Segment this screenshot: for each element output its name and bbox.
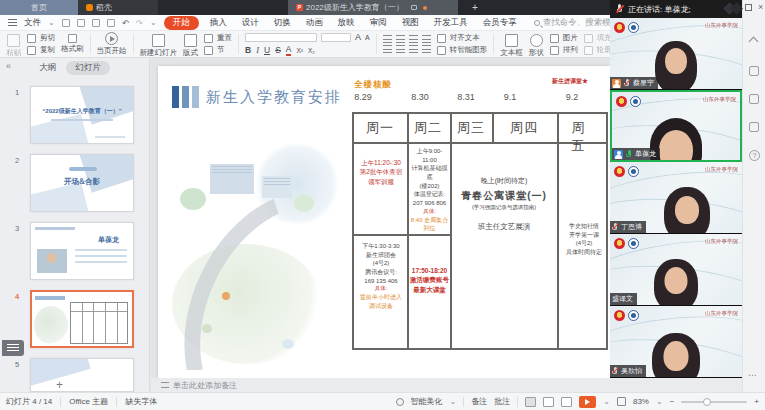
slide-thumbnail-5[interactable] [30,358,134,392]
beautify-button[interactable]: 智能美化 [411,396,443,407]
meeting-header[interactable]: 正在讲话: 单葆龙; [610,0,742,18]
superscript-button[interactable]: X² [296,47,303,54]
menu-tab-review[interactable]: 审阅 [366,16,391,30]
print-icon[interactable] [77,19,85,27]
align-text-button[interactable]: 对齐文本 [437,33,488,43]
play-caret-icon[interactable]: ⌄ [603,397,610,406]
justify-icon[interactable] [422,45,431,53]
notes-toggle[interactable]: 备注 [471,396,487,407]
comments-toggle[interactable]: 批注 [494,396,510,407]
collapse-panel-icon[interactable]: « [6,61,11,71]
picture-button[interactable]: 图片 [550,33,578,43]
quick-layout-button[interactable] [2,340,24,356]
align-center-icon[interactable] [396,45,405,53]
file-menu[interactable]: 文件 [24,17,41,29]
menu-tab-view[interactable]: 视图 [398,16,423,30]
outline-button[interactable]: 轮廓 [584,45,612,55]
share-icon[interactable] [749,94,759,104]
arrange-button[interactable]: 排列 [550,45,578,55]
zoom-caret-icon[interactable]: ⌄ [656,397,663,406]
format-painter-button[interactable]: 格式刷 [61,34,84,54]
restore-window-icon[interactable] [745,4,752,11]
font-name-select[interactable] [245,33,317,42]
menu-tab-member[interactable]: 会员专享 [479,16,521,30]
zoom-in-button[interactable]: + [754,397,759,406]
video-tile-5[interactable]: 山东外事学院 吴欣怡 [610,306,742,378]
sync-icon[interactable] [749,66,759,76]
normal-view-icon[interactable] [525,397,536,407]
close-window-icon[interactable]: × [758,2,763,12]
tab-home[interactable]: 首页 [0,0,78,15]
underline-button[interactable]: U [264,45,270,55]
menu-tab-animation[interactable]: 动画 [302,16,327,30]
hamburger-icon[interactable] [8,19,17,26]
italic-button[interactable]: I [256,45,259,55]
export-icon[interactable] [92,19,100,27]
smart-graphic-button[interactable]: 转智能图形 [437,45,488,55]
tab-document[interactable]: P 2022级新生入学教育（一） [288,0,458,15]
font-size-select[interactable] [321,33,351,42]
zoom-slider[interactable] [681,401,747,403]
slide-thumbnail-4-selected[interactable]: · · · · [30,290,134,348]
zoom-level[interactable]: 83% [633,397,649,406]
indent-increase-icon[interactable] [422,35,431,43]
play-from-current-button[interactable]: 当页开始 [97,32,127,56]
fit-window-icon[interactable] [617,397,626,406]
slideshow-play-button[interactable] [579,396,596,408]
undo-icon[interactable]: ↶ [122,18,129,28]
comment-bubble-icon[interactable] [411,5,417,10]
missing-font-warning[interactable]: 缺失字体 [125,396,157,407]
font-color-button[interactable]: A [286,44,292,56]
quickbar-caret-icon[interactable]: ⌄ [150,18,157,27]
zoom-slider-knob[interactable] [703,398,711,406]
copy-panel-icon[interactable] [749,122,759,132]
indent-decrease-icon[interactable] [409,35,418,43]
copy-button[interactable]: 复制 [27,45,55,55]
shape-button[interactable]: 形状 [529,31,544,58]
file-menu-caret-icon[interactable]: ⌄ [48,18,55,27]
reset-button[interactable]: 重置 [204,33,232,43]
video-tile-4[interactable]: 山东外事学院 盛译文 [610,234,742,306]
tab-outline[interactable]: 大纲 [39,62,56,74]
preview-icon[interactable] [107,19,115,27]
decrease-font-button[interactable]: A [365,34,370,41]
fill-button[interactable]: 填充 [584,33,612,43]
sorter-view-icon[interactable] [543,397,554,407]
align-left-icon[interactable] [383,45,392,53]
command-search[interactable]: 查找命令、搜索模板 [534,17,620,29]
cut-button[interactable]: 剪切 [27,33,55,43]
collapse-ribbon-icon[interactable] [749,37,759,47]
bold-button[interactable]: B [245,45,251,55]
redo-icon[interactable]: ↷ [136,18,143,28]
strikethrough-button[interactable]: S [275,45,281,55]
video-tile-3[interactable]: 山东外事学院 丁恩博 [610,162,742,234]
align-right-icon[interactable] [409,45,418,53]
zoom-out-button[interactable]: − [670,397,675,406]
tab-slides[interactable]: 幻灯片 [66,61,110,75]
layout-button[interactable]: 版式 [183,31,198,58]
menu-tab-devtools[interactable]: 开发工具 [430,16,472,30]
menu-tab-transition[interactable]: 切换 [270,16,295,30]
numbered-list-icon[interactable] [396,35,405,43]
bullet-list-icon[interactable] [383,35,392,43]
subscript-button[interactable]: X₂ [308,47,315,54]
menu-tab-insert[interactable]: 插入 [206,16,231,30]
section-button[interactable]: 节 [204,45,232,55]
video-tile-2-speaking[interactable]: 山东外事学院 单葆龙 [610,90,742,162]
menu-tab-design[interactable]: 设计 [238,16,263,30]
paste-button[interactable]: 粘贴 [6,31,21,58]
save-icon[interactable] [62,19,70,27]
tab-docer[interactable]: 稻壳 [78,0,158,15]
notes-bar[interactable]: 单击此处添加备注 [151,378,765,392]
menu-tab-home[interactable]: 开始 [164,16,199,30]
theme-name[interactable]: Office 主题 [69,396,108,407]
slide-4[interactable]: 新生入学教育安排 全楼核酸 新生进课堂★ 8.29 8.30 8.31 9.1 [158,66,610,378]
slide-thumbnail-2[interactable]: 开场&合影 [30,154,134,212]
menu-tab-slideshow[interactable]: 放映 [334,16,359,30]
slide-thumbnail-1[interactable]: “2022级新生入学教育（一）” [30,86,134,144]
increase-font-button[interactable]: A [355,32,361,42]
text-box-button[interactable]: 文本框 [500,31,523,58]
reading-view-icon[interactable] [561,397,572,407]
slide-thumbnail-3[interactable]: 单葆龙 [30,222,134,280]
new-slide-button[interactable]: 新建幻灯片 [140,31,178,58]
